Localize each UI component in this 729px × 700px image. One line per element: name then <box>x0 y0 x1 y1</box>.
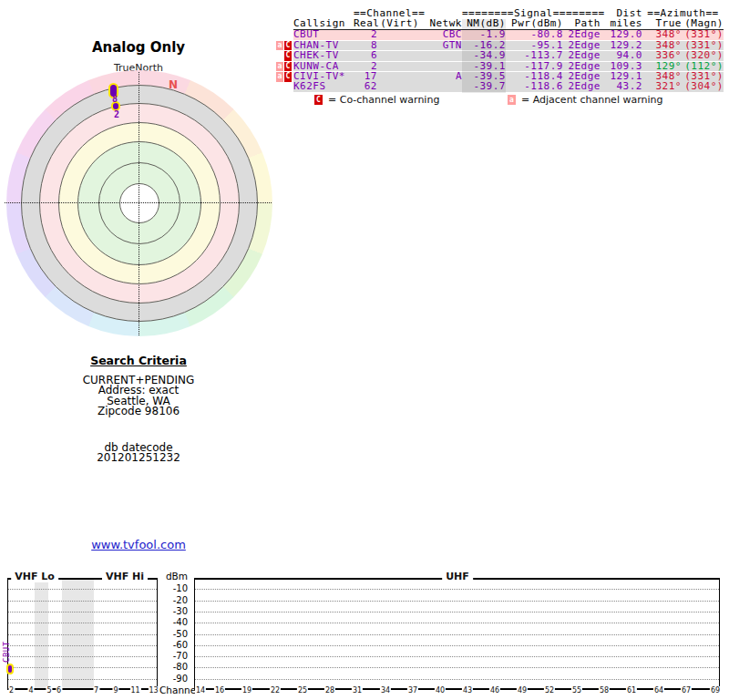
gridline--40-dbm <box>195 623 719 623</box>
channel-tick-11: 11 <box>129 686 140 695</box>
channel-tick-40: 40 <box>435 686 446 695</box>
dbm-tick--30: -30 <box>153 606 188 617</box>
channel-tick-25: 25 <box>297 686 308 695</box>
gridline--50-dbm <box>195 634 719 635</box>
tvfool-link-wrap: www.tvfool.com <box>29 538 248 551</box>
cell-virt <box>377 41 419 51</box>
cell-nm_db: -39.7 <box>462 82 506 92</box>
cell-path: 2Edge <box>563 82 601 92</box>
dbm-tick--40: -40 <box>153 617 188 628</box>
channel-tick-5: 5 <box>46 686 52 695</box>
channel-tick-49: 49 <box>517 686 528 695</box>
gridline--60-dbm <box>195 645 719 646</box>
column-header-true_az: True <box>642 19 682 29</box>
cell-netwk <box>419 82 462 92</box>
cell-netwk <box>419 51 462 61</box>
adjacent-channel-warning-icon: a <box>276 72 283 82</box>
column-header-real: Real <box>354 19 377 29</box>
channel-tick-2: 2 <box>8 686 15 695</box>
adjacent-channel-legend-text: = Adjacent channel warning <box>521 95 663 105</box>
plot-title: Analog Only <box>0 39 277 56</box>
co-channel-legend-text: = Co-channel warning <box>328 95 439 105</box>
gridline--10-dbm <box>195 589 719 590</box>
cell-magn_az: (304°) <box>682 82 724 92</box>
channel-tick-4: 4 <box>27 686 34 695</box>
channel-tick-55: 55 <box>571 686 582 695</box>
column-header-nm_db: NM(dB) <box>462 19 506 29</box>
column-header-pwr_dbm: Pwr(dBm) <box>506 19 563 29</box>
column-header-virt: (Virt) <box>377 19 419 29</box>
dbm-tick--20: -20 <box>153 595 188 606</box>
vhf-panel <box>7 578 158 690</box>
gridline--10-dbm <box>8 589 157 590</box>
column-header-path: Path <box>563 19 601 29</box>
gridline--50-dbm <box>8 634 157 635</box>
channel-axis-title: Channel <box>159 685 193 695</box>
gridline--30-dbm <box>195 612 719 612</box>
cell-netwk: GTN <box>419 41 462 51</box>
co-channel-warning-icon: C <box>284 51 292 61</box>
channel-tick-37: 37 <box>407 686 418 695</box>
cell-miles: 43.2 <box>601 82 642 92</box>
cell-netwk: A <box>419 72 462 82</box>
co-channel-warning-icon: C <box>284 62 292 72</box>
channel-tick-31: 31 <box>352 686 363 695</box>
cbut-signal-label: CBUT <box>2 641 11 663</box>
gridline--40-dbm <box>8 623 157 623</box>
tvfool-report: Analog Only TrueNorth N 8 2 ==Channel== … <box>0 0 729 700</box>
gridline--80-dbm <box>195 667 719 668</box>
cell-true_az: 321° <box>642 82 682 92</box>
channel-tick-9: 9 <box>112 686 118 695</box>
co-channel-warning-icon: C <box>284 72 292 82</box>
channel-tick-43: 43 <box>462 686 473 695</box>
dbm-tick--90: -90 <box>153 674 188 685</box>
search-criteria-block: Search Criteria CURRENT+PENDING Address:… <box>29 355 248 464</box>
co-channel-warning-icon: C <box>314 95 323 105</box>
co-channel-warning-icon: C <box>284 41 292 51</box>
gridline--60-dbm <box>8 645 157 646</box>
dbm-tick--10: -10 <box>153 583 188 594</box>
channel-tick-69: 69 <box>710 686 721 695</box>
adjacent-channel-warning-icon: a <box>276 41 283 51</box>
crosshair-vertical-line <box>139 72 139 335</box>
dbm-tick--60: -60 <box>153 640 188 651</box>
channel-tick-14: 14 <box>195 686 206 695</box>
channel-tick-22: 22 <box>270 686 281 695</box>
tvfool-link[interactable]: www.tvfool.com <box>91 538 186 551</box>
channel-tick-13: 13 <box>148 686 159 695</box>
cell-virt <box>377 62 419 72</box>
cell-real: 62 <box>354 82 377 92</box>
db-datecode-value: 201201251232 <box>29 453 248 464</box>
search-zipcode: Zipcode 98106 <box>29 407 248 417</box>
gridline--90-dbm <box>195 679 719 680</box>
cell-virt <box>377 30 419 40</box>
gridline--20-dbm <box>195 601 719 602</box>
column-header-magn_az: (Magn) <box>682 19 724 29</box>
spacer <box>29 417 248 443</box>
cell-callsign: K62FS <box>293 82 354 92</box>
vhf-lo-label: VHF Lo <box>11 571 58 582</box>
channel-tick-16: 16 <box>214 686 225 695</box>
channel-tick-67: 67 <box>681 686 692 695</box>
gridline--70-dbm <box>195 656 719 657</box>
gridline--30-dbm <box>8 612 157 612</box>
cell-pwr_dbm: -118.6 <box>506 82 563 92</box>
channel-tick-19: 19 <box>241 686 252 695</box>
compass-north-label: N <box>169 78 178 91</box>
gridline--90-dbm <box>8 679 157 680</box>
marker-label-8: 8 <box>112 95 118 104</box>
channel-tick-58: 58 <box>599 686 610 695</box>
column-header-netwk: Netwk <box>419 19 462 29</box>
column-header-callsign: Callsign <box>293 19 354 29</box>
adjacent-channel-warning-icon: a <box>508 95 516 105</box>
channel-tick-61: 61 <box>626 686 637 695</box>
cell-virt <box>377 51 419 61</box>
gridline--70-dbm <box>8 656 157 657</box>
uhf-label: UHF <box>442 571 473 582</box>
dbm-tick--70: -70 <box>153 651 188 662</box>
channel-tick-52: 52 <box>544 686 555 695</box>
vhf-hi-label: VHF Hi <box>102 571 148 582</box>
adjacent-channel-warning-icon: a <box>276 62 283 72</box>
uhf-panel <box>194 578 720 690</box>
plot-center-circle <box>119 183 159 223</box>
